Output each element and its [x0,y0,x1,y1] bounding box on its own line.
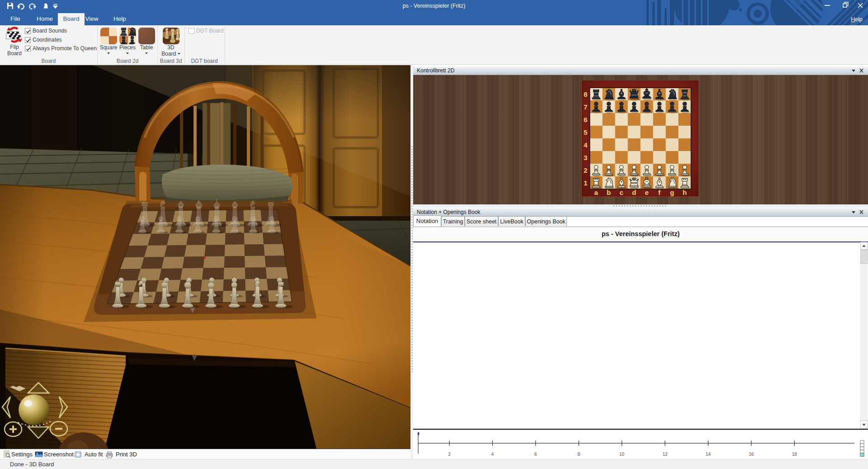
svg-text:h: h [683,189,687,196]
svg-text:2: 2 [584,166,587,174]
svg-text:10: 10 [619,452,625,457]
svg-text:6: 6 [584,116,587,123]
svg-text:8: 8 [584,90,587,98]
svg-text:6: 6 [534,452,537,457]
svg-text:4: 4 [584,141,588,149]
svg-text:3: 3 [584,154,587,161]
svg-text:g: g [670,189,674,196]
svg-text:b: b [607,189,611,196]
svg-text:e: e [645,189,648,196]
svg-text:5: 5 [584,128,587,136]
svg-text:14: 14 [706,452,711,457]
svg-text:16: 16 [749,452,754,457]
svg-text:12: 12 [662,452,668,457]
svg-text:2: 2 [448,452,451,457]
svg-text:1: 1 [584,179,587,187]
svg-text:18: 18 [792,452,797,457]
svg-text:c: c [619,189,623,196]
svg-text:7: 7 [584,103,587,111]
svg-text:a: a [594,189,598,196]
svg-text:d: d [632,189,636,196]
svg-text:8: 8 [577,452,580,457]
svg-text:4: 4 [491,452,494,457]
